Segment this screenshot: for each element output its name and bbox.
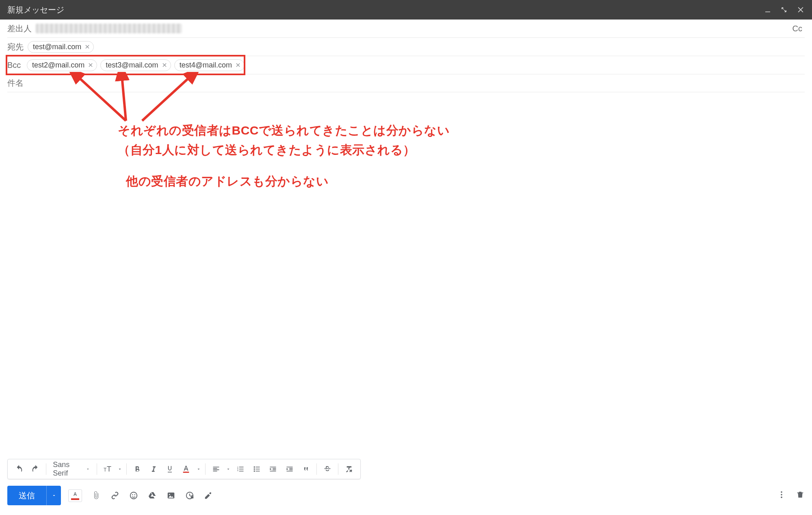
insert-photo-icon[interactable] (167, 491, 175, 500)
redo-icon[interactable] (28, 461, 43, 477)
minimize-icon[interactable] (764, 6, 771, 13)
insert-signature-icon[interactable] (204, 491, 213, 500)
undo-icon[interactable] (12, 461, 26, 477)
underline-icon[interactable] (162, 461, 177, 477)
svg-text:T: T (104, 467, 107, 473)
formatting-toggle-icon[interactable] (68, 489, 82, 502)
discard-draft-icon[interactable] (796, 490, 805, 501)
remove-chip-icon[interactable] (162, 62, 167, 68)
message-body[interactable]: それぞれの受信者はBCCで送られてきたことは分からない （自分1人に対して送られ… (0, 92, 812, 459)
indent-less-icon[interactable] (266, 461, 280, 477)
chip-email: test2@mail.com (32, 61, 84, 70)
numbered-list-icon[interactable] (233, 461, 248, 477)
window-title: 新規メッセージ (7, 4, 64, 15)
cc-toggle[interactable]: Cc (790, 24, 805, 33)
pop-out-icon[interactable] (780, 6, 788, 13)
align-dropdown-icon[interactable] (225, 461, 232, 477)
font-size-icon[interactable]: TT (100, 461, 115, 477)
to-row[interactable]: 宛先 test@mail.com (7, 38, 805, 56)
more-options-icon[interactable] (777, 490, 786, 501)
chip-email: test@mail.com (33, 43, 81, 51)
send-button-main[interactable]: 送信 (7, 486, 46, 505)
svg-rect-6 (183, 472, 189, 473)
svg-point-17 (781, 491, 782, 493)
indent-more-icon[interactable] (282, 461, 297, 477)
svg-point-14 (169, 494, 170, 495)
font-family-dropdown[interactable]: Sans Serif (50, 461, 93, 478)
recipient-chip[interactable]: test4@mail.com (174, 59, 245, 71)
svg-point-9 (254, 470, 255, 472)
to-label: 宛先 (7, 38, 28, 56)
svg-text:T: T (107, 465, 111, 473)
chip-email: test3@mail.com (106, 61, 158, 70)
svg-point-11 (132, 494, 133, 495)
close-icon[interactable] (797, 6, 805, 14)
insert-emoji-icon[interactable] (129, 491, 138, 500)
formatting-toolbar: Sans Serif TT (7, 459, 361, 479)
recipient-chip[interactable]: test@mail.com (28, 41, 94, 53)
italic-icon[interactable] (146, 461, 161, 477)
chevron-down-icon (86, 467, 90, 472)
remove-chip-icon[interactable] (235, 62, 241, 68)
svg-point-10 (130, 492, 137, 499)
action-bar: 送信 (0, 486, 812, 515)
font-size-dropdown-icon[interactable] (117, 461, 123, 477)
svg-point-7 (254, 466, 255, 467)
from-row: 差出人 Cc (7, 20, 805, 38)
insert-link-icon[interactable] (110, 491, 119, 500)
insert-drive-icon[interactable] (148, 491, 157, 500)
confidential-mode-icon[interactable] (185, 491, 194, 500)
from-address-redacted (36, 24, 182, 33)
svg-point-18 (781, 494, 782, 495)
svg-line-2 (122, 76, 126, 121)
text-color-icon[interactable] (179, 461, 193, 477)
attach-file-icon[interactable] (92, 491, 101, 500)
svg-point-12 (134, 494, 135, 495)
remove-chip-icon[interactable] (84, 44, 90, 50)
svg-point-8 (254, 468, 255, 469)
svg-line-3 (142, 76, 191, 121)
send-button[interactable]: 送信 (7, 486, 61, 505)
send-options-dropdown[interactable] (46, 486, 61, 505)
bcc-label: Bcc (7, 57, 27, 73)
from-label: 差出人 (7, 20, 36, 37)
bold-icon[interactable] (130, 461, 145, 477)
text-color-dropdown-icon[interactable] (195, 461, 201, 477)
svg-point-19 (781, 497, 782, 498)
svg-rect-16 (191, 496, 193, 499)
annotation-text: それぞれの受信者はBCCで送られてきたことは分からない （自分1人に対して送られ… (118, 121, 450, 160)
remove-chip-icon[interactable] (88, 62, 93, 68)
svg-rect-0 (765, 12, 770, 13)
bulleted-list-icon[interactable] (249, 461, 264, 477)
annotation-arrow-icon (134, 72, 207, 129)
chip-email: test4@mail.com (180, 61, 232, 70)
clear-formatting-icon[interactable] (342, 461, 356, 477)
quote-icon[interactable] (299, 461, 313, 477)
recipient-chip[interactable]: test3@mail.com (100, 59, 171, 71)
align-icon[interactable] (209, 461, 223, 477)
annotation-text: 他の受信者のアドレスも分からない (126, 172, 329, 191)
titlebar: 新規メッセージ (0, 0, 812, 20)
recipient-chip[interactable]: test2@mail.com (27, 59, 97, 71)
strikethrough-icon[interactable] (320, 461, 335, 477)
